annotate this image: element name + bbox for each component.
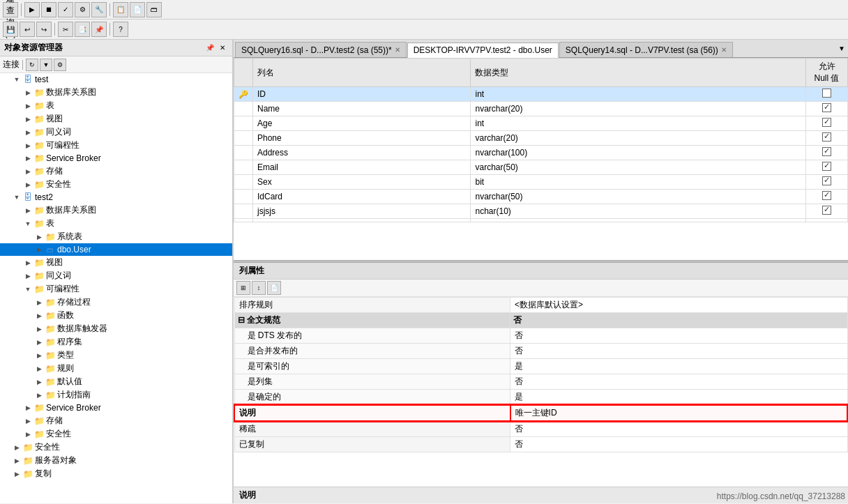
- tree-item-test2-storage[interactable]: ▶ 📁 存储: [0, 414, 232, 427]
- table-row[interactable]: Phonevarchar(20): [234, 131, 848, 146]
- col-type-cell[interactable]: bit: [471, 175, 806, 190]
- col-name-cell[interactable]: ID: [253, 87, 471, 102]
- toolbar-btn-5[interactable]: ⚙: [75, 2, 90, 17]
- nullable-checkbox[interactable]: [822, 206, 831, 215]
- props-sort-btn[interactable]: ⊞: [236, 281, 250, 295]
- tree-item-test[interactable]: ▼ 🗄 test: [0, 73, 232, 86]
- help-btn[interactable]: ?: [113, 22, 128, 37]
- table-grid[interactable]: 列名 数据类型 允许 Null 值 🔑IDintNamenvarchar(20)…: [234, 58, 848, 260]
- nullable-checkbox[interactable]: [822, 191, 831, 200]
- tree-item-test-dbdiagram[interactable]: ▶ 📁 数据库关系图: [0, 86, 232, 99]
- tree-item-test2-security[interactable]: ▶ 📁 安全性: [0, 427, 232, 441]
- table-row[interactable]: IdCardnvarchar(50): [234, 190, 848, 204]
- prop-value[interactable]: 否: [510, 437, 847, 452]
- expander[interactable]: ▶: [33, 337, 45, 348]
- tree-item-test2-funcs[interactable]: ▶ 📁 函数: [0, 309, 232, 322]
- toolbar-btn-4[interactable]: ✓: [58, 2, 73, 17]
- expander[interactable]: ▶: [22, 402, 33, 413]
- expander[interactable]: ▶: [22, 205, 33, 216]
- expander[interactable]: ▶: [33, 376, 45, 388]
- expander[interactable]: ▶: [22, 140, 33, 151]
- col-type-cell[interactable]: int: [471, 116, 806, 131]
- col-type-cell[interactable]: nvarchar(20): [471, 102, 806, 116]
- props-row[interactable]: 已复制否: [234, 437, 847, 452]
- expander[interactable]: ▶: [22, 415, 33, 427]
- toolbar-btn-6[interactable]: 🔧: [91, 2, 107, 17]
- expander[interactable]: ▶: [22, 179, 33, 190]
- col-nullable-cell[interactable]: [806, 131, 848, 146]
- filter-btn[interactable]: ▼: [40, 59, 52, 71]
- tab-dropdown[interactable]: ▼: [835, 45, 848, 52]
- tree-item-test2-procs[interactable]: ▶ 📁 存储过程: [0, 296, 232, 309]
- tree-item-test2-plans[interactable]: ▶ 📁 计划指南: [0, 388, 232, 402]
- toolbar-btn-8[interactable]: 📄: [130, 2, 145, 17]
- tree-item-test-tables[interactable]: ▶ 📁 表: [0, 99, 232, 112]
- col-nullable-cell[interactable]: [806, 160, 848, 175]
- expander[interactable]: ▶: [33, 323, 45, 335]
- nullable-checkbox[interactable]: [822, 132, 831, 142]
- col-name-cell[interactable]: Age: [253, 116, 471, 131]
- expander[interactable]: ▶: [33, 297, 45, 308]
- col-nullable-cell[interactable]: [806, 175, 848, 190]
- col-nullable-cell[interactable]: [806, 204, 848, 219]
- tab-close-1[interactable]: ✕: [395, 46, 400, 54]
- expander-test[interactable]: ▼: [11, 74, 22, 85]
- props-pages-btn[interactable]: 📄: [267, 281, 281, 295]
- col-type-cell[interactable]: nchar(10): [471, 204, 806, 219]
- toolbar-btn-2[interactable]: ▶: [24, 2, 40, 17]
- nullable-checkbox[interactable]: [822, 176, 831, 185]
- props-row[interactable]: 是确定的是: [234, 390, 847, 406]
- tab-sqlquery16[interactable]: SQLQuery16.sql - D...PV.test2 (sa (55))*…: [235, 42, 407, 57]
- col-nullable-cell[interactable]: [806, 87, 848, 102]
- props-row[interactable]: 稀疏否: [234, 421, 847, 437]
- copy-btn[interactable]: 📑: [75, 22, 90, 37]
- tree-item-test2-assemblies[interactable]: ▶ 📁 程序集: [0, 335, 232, 349]
- tab-close-3[interactable]: ✕: [721, 46, 727, 54]
- tree-item-test2-synonyms[interactable]: ▶ 📁 同义词: [0, 269, 232, 282]
- table-row[interactable]: Namenvarchar(20): [234, 102, 848, 116]
- tree-item-test2-dbtriggers[interactable]: ▶ 📁 数据库触发器: [0, 322, 232, 335]
- expander[interactable]: ▶: [33, 390, 45, 401]
- col-name-cell[interactable]: Phone: [253, 131, 471, 146]
- tree-item-test2-dbouser[interactable]: ▶ 🗃 dbo.User: [0, 243, 232, 256]
- expander[interactable]: ▶: [11, 468, 22, 480]
- tree-item-test-servicebroker[interactable]: ▶ 📁 Service Broker: [0, 152, 232, 165]
- col-type-cell[interactable]: [471, 219, 806, 222]
- col-nullable-cell[interactable]: [806, 102, 848, 116]
- close-panel-btn[interactable]: ✕: [217, 43, 228, 54]
- prop-value[interactable]: 是: [510, 359, 847, 374]
- expander[interactable]: ▶: [22, 257, 33, 268]
- toolbar-btn-7[interactable]: 📋: [113, 2, 128, 17]
- col-name-cell[interactable]: Sex: [253, 175, 471, 190]
- col-name-cell[interactable]: [253, 219, 471, 222]
- expander[interactable]: ▶: [22, 87, 33, 98]
- tree-item-test2-rules[interactable]: ▶ 📁 规则: [0, 362, 232, 375]
- nullable-checkbox[interactable]: [822, 103, 831, 112]
- col-type-cell[interactable]: int: [471, 87, 806, 102]
- tree-item-server-objects[interactable]: ▶ 📁 服务器对象: [0, 454, 232, 467]
- table-row[interactable]: Emailvarchar(50): [234, 160, 848, 175]
- cut-btn[interactable]: ✂: [58, 22, 73, 37]
- nullable-checkbox[interactable]: [822, 89, 831, 98]
- tree-item-test-synonyms[interactable]: ▶ 📁 同义词: [0, 125, 232, 139]
- table-row[interactable]: Sexbit: [234, 175, 848, 190]
- col-type-cell[interactable]: varchar(50): [471, 160, 806, 175]
- expander[interactable]: ▶: [33, 363, 45, 374]
- paste-btn[interactable]: 📌: [91, 22, 107, 37]
- expander[interactable]: ▶: [33, 310, 45, 321]
- tab-dbouser[interactable]: DESKTOP-IRVV7PV.test2 - dbo.User: [407, 43, 559, 58]
- props-row[interactable]: 是合并发布的否: [234, 344, 847, 359]
- tree-item-test-programmability[interactable]: ▶ 📁 可编程性: [0, 139, 232, 152]
- expander[interactable]: ▶: [11, 455, 22, 466]
- expander[interactable]: ▶: [22, 270, 33, 282]
- tree-item-test2-views[interactable]: ▶ 📁 视图: [0, 256, 232, 269]
- tree-item-test2[interactable]: ▼ 🗄 test2: [0, 191, 232, 204]
- col-type-cell[interactable]: nvarchar(50): [471, 190, 806, 204]
- tree-item-test-storage[interactable]: ▶ 📁 存储: [0, 165, 232, 178]
- expander[interactable]: ▶: [33, 231, 45, 243]
- prop-value[interactable]: 唯一主键ID: [510, 405, 847, 421]
- expander[interactable]: ▶: [22, 166, 33, 177]
- expander-test2[interactable]: ▼: [11, 192, 22, 203]
- tree-item-test-security[interactable]: ▶ 📁 安全性: [0, 178, 232, 191]
- col-name-cell[interactable]: Address: [253, 146, 471, 160]
